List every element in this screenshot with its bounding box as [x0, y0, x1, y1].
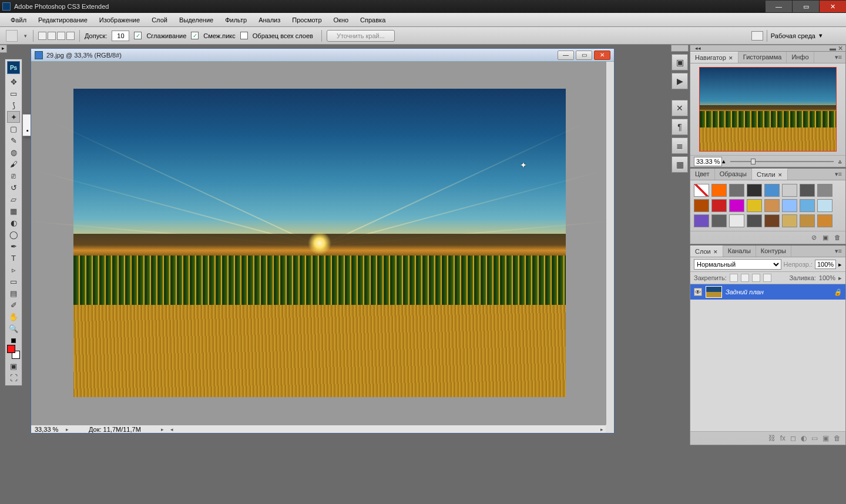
menu-layer[interactable]: Слой — [146, 14, 173, 26]
lock-position-icon[interactable] — [741, 274, 749, 282]
lasso-tool[interactable]: ⟆ — [7, 99, 20, 111]
fill-dropdown-icon[interactable]: ▸ — [838, 274, 842, 282]
menu-file[interactable]: Файл — [5, 14, 32, 26]
style-trash-icon[interactable]: 🗑 — [834, 234, 841, 241]
panels-grip[interactable]: ◂◂ ▬ ✕ — [690, 45, 846, 52]
layer-mask-icon[interactable]: ◻ — [790, 434, 796, 442]
layer-fx-icon[interactable]: fx — [780, 434, 785, 442]
style-swatch[interactable] — [747, 184, 762, 197]
layers-menu-icon[interactable]: ▾≡ — [831, 246, 845, 257]
dock-clone-source-icon[interactable]: ▦ — [672, 156, 688, 173]
move-tool[interactable]: ✥ — [7, 76, 20, 88]
menu-view[interactable]: Просмотр — [286, 14, 327, 26]
color-swatches[interactable] — [7, 345, 20, 359]
tab-swatches[interactable]: Образцы — [715, 169, 752, 180]
style-swatch[interactable] — [817, 214, 832, 227]
selection-intersect-button[interactable] — [66, 32, 75, 40]
opacity-dropdown-icon[interactable]: ▸ — [838, 261, 842, 268]
dock-grip[interactable] — [671, 45, 689, 52]
history-brush-tool[interactable]: ↺ — [7, 182, 20, 193]
document-titlebar[interactable]: 29.jpg @ 33,3% (RGB/8#) — ▭ ✕ — [31, 49, 614, 62]
styles-menu-icon[interactable]: ▾≡ — [831, 169, 845, 180]
tab-paths[interactable]: Контуры — [756, 246, 791, 257]
all-layers-checkbox[interactable] — [240, 32, 248, 39]
menu-filter[interactable]: Фильтр — [219, 14, 253, 26]
default-colors-icon[interactable] — [11, 338, 16, 343]
healing-brush-tool[interactable]: ◍ — [7, 146, 20, 158]
scroll-left-button[interactable]: ◂ — [168, 426, 176, 432]
doc-close-button[interactable]: ✕ — [594, 51, 610, 60]
quickmask-toggle[interactable]: ▣ — [7, 360, 20, 372]
delete-layer-icon[interactable]: 🗑 — [834, 434, 841, 442]
eyedropper-tool[interactable]: ✐ — [7, 299, 20, 311]
window-close-button[interactable]: ✕ — [820, 1, 846, 12]
path-tool[interactable]: ▹ — [7, 264, 20, 275]
info-dropdown[interactable]: ▸ — [159, 426, 167, 432]
dock-tool-presets-icon[interactable]: ✕ — [672, 100, 688, 116]
menu-window[interactable]: Окно — [328, 14, 355, 26]
style-swatch[interactable] — [711, 184, 727, 197]
style-new-icon[interactable]: ▣ — [822, 234, 828, 241]
link-layers-icon[interactable]: ⛓ — [768, 434, 776, 442]
layer-row[interactable]: 👁 Задний план 🔒 — [690, 284, 845, 300]
style-swatch[interactable] — [764, 184, 780, 197]
notes-tool[interactable]: ▤ — [7, 287, 20, 299]
style-swatch[interactable] — [817, 199, 832, 212]
type-tool[interactable]: T — [7, 252, 20, 264]
style-swatch[interactable] — [711, 214, 727, 227]
navigator-zoom-slider[interactable] — [730, 161, 834, 162]
style-swatch[interactable] — [694, 199, 709, 212]
tolerance-input[interactable]: 10 — [112, 31, 129, 41]
style-swatch[interactable] — [782, 184, 797, 197]
screenmode-toggle[interactable]: ⛶ — [7, 372, 20, 384]
tab-histogram[interactable]: Гистограмма — [738, 52, 787, 63]
magic-wand-tool[interactable]: ✦ — [7, 111, 20, 123]
lock-all-icon[interactable] — [752, 274, 760, 282]
menu-select[interactable]: Выделение — [173, 14, 219, 26]
style-swatch[interactable] — [694, 214, 709, 227]
navigator-zoom-input[interactable]: 33.33 % — [694, 157, 722, 166]
zoom-out-icon[interactable]: ▴ — [722, 157, 726, 165]
dodge-tool[interactable]: ◯ — [7, 229, 20, 240]
menu-analysis[interactable]: Анализ — [253, 14, 286, 26]
tab-styles[interactable]: Стили✕ — [752, 169, 788, 180]
vertical-scrollbar[interactable] — [606, 62, 614, 425]
document-canvas[interactable]: ✦ — [31, 62, 606, 425]
gradient-tool[interactable]: ▦ — [7, 205, 20, 217]
tab-info[interactable]: Инфо — [787, 52, 814, 63]
group-layers-icon[interactable]: ▭ — [811, 434, 818, 442]
marquee-tool[interactable]: ▭ — [7, 88, 20, 99]
collapse-icon[interactable]: ◂◂ — [690, 45, 701, 51]
style-swatch[interactable] — [817, 184, 832, 197]
opacity-input[interactable]: 100% — [815, 260, 836, 269]
doc-maximize-button[interactable]: ▭ — [576, 51, 592, 60]
style-swatch[interactable] — [764, 199, 780, 212]
style-swatch[interactable] — [711, 199, 727, 212]
tab-layers[interactable]: Слои✕ — [690, 246, 723, 257]
style-swatch[interactable] — [747, 199, 762, 212]
window-maximize-button[interactable]: ▭ — [793, 1, 819, 12]
selection-subtract-button[interactable] — [57, 32, 65, 40]
selection-add-button[interactable] — [48, 32, 56, 40]
workspace-dropdown-icon[interactable]: ▾ — [819, 32, 822, 39]
lock-transparency-icon[interactable] — [763, 274, 771, 282]
style-swatch[interactable] — [800, 184, 815, 197]
tool-preset-dropdown[interactable]: ▾ — [22, 33, 28, 39]
navigator-menu-icon[interactable]: ▾≡ — [831, 52, 845, 63]
dock-history-icon[interactable]: ▣ — [672, 54, 688, 70]
workspace-icon[interactable] — [751, 31, 763, 41]
antialias-checkbox[interactable]: ✓ — [134, 32, 142, 39]
panel-menu-icon[interactable]: ▬ ✕ — [830, 45, 845, 52]
layer-visibility-icon[interactable]: 👁 — [694, 288, 702, 296]
style-swatch[interactable] — [747, 214, 762, 227]
resize-corner[interactable] — [606, 425, 614, 433]
zoom-display[interactable]: 33,33 % — [31, 426, 63, 433]
selection-new-button[interactable] — [38, 32, 46, 40]
tab-channels[interactable]: Каналы — [723, 246, 756, 257]
new-layer-icon[interactable]: ▣ — [822, 434, 829, 442]
menu-help[interactable]: Справка — [354, 14, 391, 26]
style-swatch[interactable] — [694, 184, 709, 197]
eraser-tool[interactable]: ▱ — [7, 193, 20, 205]
adjustment-layer-icon[interactable]: ◐ — [801, 434, 807, 442]
zoom-dropdown[interactable]: ▸ — [63, 426, 71, 432]
